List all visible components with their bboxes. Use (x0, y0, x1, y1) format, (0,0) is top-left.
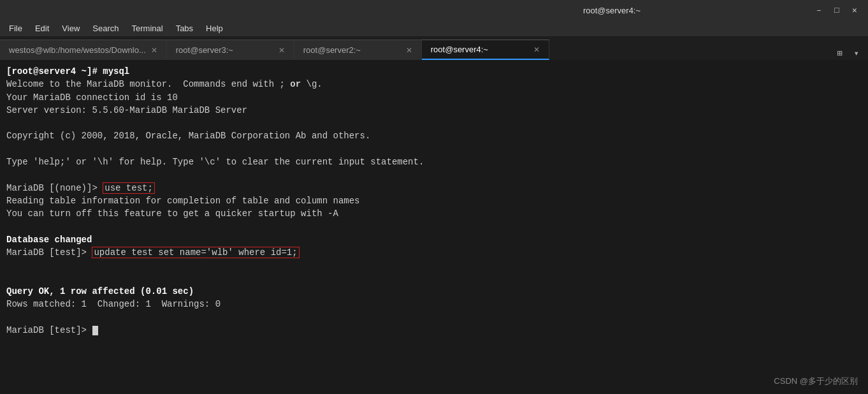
minimize-button[interactable]: – (813, 6, 825, 15)
terminal-line-17: Rows matched: 1 Changed: 1 Warnings: 0 (6, 298, 862, 310)
menu-search[interactable]: Search (86, 22, 125, 34)
terminal-line-9 (6, 168, 862, 181)
cmd-update: update test set name='wlb' where id=1; (92, 247, 299, 258)
watermark-text: CSDN @多于少的区别 (774, 376, 858, 388)
tab-2[interactable]: root@server3:~ ✕ (167, 40, 294, 60)
tab-2-close[interactable]: ✕ (278, 46, 285, 55)
tab-1-label: westos@wlb:/home/westos/Downlo... (9, 45, 146, 55)
tab-3[interactable]: root@server2:~ ✕ (294, 40, 422, 60)
tab-1[interactable]: westos@wlb:/home/westos/Downlo... ✕ (0, 40, 167, 60)
tab-1-close[interactable]: ✕ (151, 46, 157, 55)
tab-2-label: root@server3:~ (176, 45, 273, 55)
window-controls: – □ ✕ (813, 5, 860, 15)
menu-bar: File Edit View Search Terminal Tabs Help (0, 20, 868, 37)
terminal-line-8: Type 'help;' or '\h' for help. Type '\c'… (6, 156, 862, 168)
menu-help[interactable]: Help (199, 22, 229, 34)
terminal-line-5 (6, 117, 862, 129)
terminal-line-18 (6, 311, 862, 324)
tab-3-label: root@server2:~ (303, 45, 401, 55)
terminal-line-13 (6, 221, 862, 233)
menu-file[interactable]: File (3, 22, 29, 34)
terminal-line-19: MariaDB [test]> (6, 324, 862, 337)
title-bar: root@server4:~ – □ ✕ (0, 0, 868, 20)
maximize-button[interactable]: □ (831, 6, 843, 15)
terminal-content[interactable]: [root@server4 ~]# mysql Welcome to the M… (0, 60, 868, 394)
terminal-line-14: Database changed (6, 233, 862, 246)
terminal-line-16: Query OK, 1 row affected (0.01 sec) (6, 285, 862, 298)
tab-bar-actions: ⊞ ▾ (833, 47, 868, 60)
terminal-line-12: You can turn off this feature to get a q… (6, 207, 862, 220)
terminal-line-4: Server version: 5.5.60-MariaDB MariaDB S… (6, 104, 862, 117)
menu-tabs[interactable]: Tabs (170, 22, 199, 34)
terminal-line-11: Reading table information for completion… (6, 194, 862, 207)
terminal-line-3: Your MariaDB connection id is 10 (6, 91, 862, 104)
cursor-blink (92, 326, 98, 335)
close-button[interactable]: ✕ (849, 5, 860, 15)
menu-edit[interactable]: Edit (29, 22, 55, 34)
terminal-line-15: MariaDB [test]> update test set name='wl… (6, 246, 862, 285)
tab-4[interactable]: root@server4:~ ✕ (422, 40, 549, 60)
terminal-line-6: Copyright (c) 2000, 2018, Oracle, MariaD… (6, 129, 862, 142)
cmd-use-test: use test; (103, 182, 155, 194)
terminal-line-1: [root@server4 ~]# mysql (6, 65, 862, 78)
terminal-line-2: Welcome to the MariaDB monitor. Commands… (6, 78, 862, 91)
tab-4-close[interactable]: ✕ (533, 45, 540, 54)
tab-dropdown-icon[interactable]: ▾ (850, 47, 863, 60)
tab-4-label: root@server4:~ (431, 45, 528, 54)
tab-3-close[interactable]: ✕ (406, 46, 412, 55)
menu-view[interactable]: View (55, 22, 86, 34)
tab-bar: westos@wlb:/home/westos/Downlo... ✕ root… (0, 37, 868, 60)
terminal-line-10: MariaDB [(none)]> use test; (6, 182, 862, 194)
menu-terminal[interactable]: Terminal (126, 22, 170, 34)
window-title: root@server4:~ (410, 6, 813, 15)
tab-profile-icon[interactable]: ⊞ (833, 47, 846, 60)
terminal-line-7 (6, 143, 862, 156)
